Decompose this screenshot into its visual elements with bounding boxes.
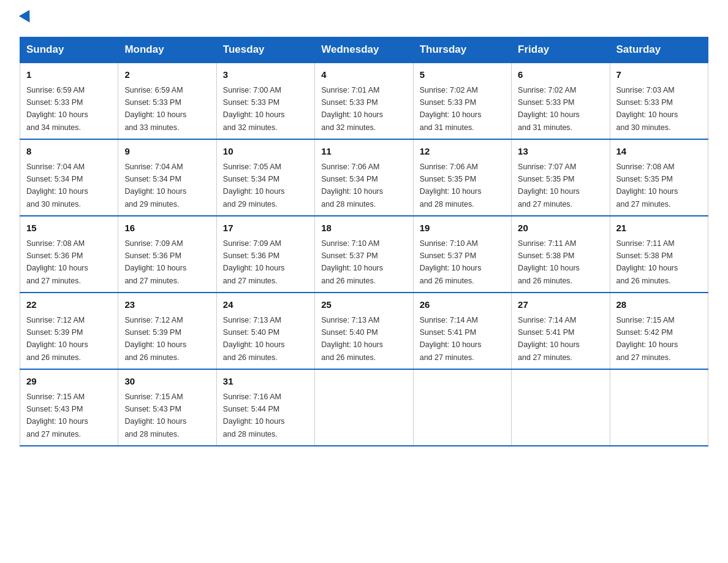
calendar-week-row: 29 Sunrise: 7:15 AMSunset: 5:43 PMDaylig… (20, 369, 708, 446)
calendar-day-cell: 23 Sunrise: 7:12 AMSunset: 5:39 PMDaylig… (118, 293, 216, 369)
day-info: Sunrise: 6:59 AMSunset: 5:33 PMDaylight:… (124, 86, 186, 132)
day-info: Sunrise: 7:04 AMSunset: 5:34 PMDaylight:… (26, 163, 88, 209)
calendar-day-cell: 16 Sunrise: 7:09 AMSunset: 5:36 PMDaylig… (118, 216, 216, 293)
calendar-day-cell: 18 Sunrise: 7:10 AMSunset: 5:37 PMDaylig… (315, 216, 413, 293)
day-of-week-header: Friday (512, 37, 610, 63)
calendar-day-cell: 31 Sunrise: 7:16 AMSunset: 5:44 PMDaylig… (216, 369, 314, 446)
logo (20, 15, 33, 26)
day-number: 2 (124, 68, 210, 82)
calendar-day-cell: 22 Sunrise: 7:12 AMSunset: 5:39 PMDaylig… (20, 293, 118, 369)
calendar-header-row: SundayMondayTuesdayWednesdayThursdayFrid… (20, 37, 708, 63)
day-number: 7 (616, 68, 702, 82)
calendar-day-cell: 17 Sunrise: 7:09 AMSunset: 5:36 PMDaylig… (216, 216, 314, 293)
day-number: 9 (124, 145, 210, 159)
day-number: 1 (26, 68, 112, 82)
day-info: Sunrise: 7:03 AMSunset: 5:33 PMDaylight:… (616, 86, 678, 132)
calendar-day-cell: 2 Sunrise: 6:59 AMSunset: 5:33 PMDayligh… (118, 63, 216, 139)
calendar-table: SundayMondayTuesdayWednesdayThursdayFrid… (20, 37, 708, 446)
calendar-day-cell: 15 Sunrise: 7:08 AMSunset: 5:36 PMDaylig… (20, 216, 118, 293)
calendar-day-cell (610, 369, 708, 446)
day-number: 27 (518, 298, 603, 312)
calendar-week-row: 22 Sunrise: 7:12 AMSunset: 5:39 PMDaylig… (20, 293, 708, 369)
day-number: 25 (321, 298, 406, 312)
day-number: 30 (124, 375, 210, 389)
day-info: Sunrise: 7:15 AMSunset: 5:42 PMDaylight:… (616, 316, 678, 362)
day-of-week-header: Thursday (413, 37, 511, 63)
day-of-week-header: Sunday (20, 37, 118, 63)
day-number: 31 (223, 375, 308, 389)
day-info: Sunrise: 7:15 AMSunset: 5:43 PMDaylight:… (26, 393, 88, 439)
day-info: Sunrise: 7:14 AMSunset: 5:41 PMDaylight:… (420, 316, 482, 362)
day-number: 21 (616, 221, 702, 236)
day-of-week-header: Saturday (610, 37, 708, 63)
day-info: Sunrise: 7:14 AMSunset: 5:41 PMDaylight:… (518, 316, 580, 362)
logo-triangle-icon (19, 10, 35, 26)
calendar-day-cell: 29 Sunrise: 7:15 AMSunset: 5:43 PMDaylig… (20, 369, 118, 446)
calendar-day-cell: 10 Sunrise: 7:05 AMSunset: 5:34 PMDaylig… (216, 139, 314, 216)
calendar-week-row: 8 Sunrise: 7:04 AMSunset: 5:34 PMDayligh… (20, 139, 708, 216)
calendar-week-row: 1 Sunrise: 6:59 AMSunset: 5:33 PMDayligh… (20, 63, 708, 139)
page-header (20, 15, 708, 26)
day-number: 3 (223, 68, 308, 82)
calendar-day-cell (413, 369, 511, 446)
calendar-day-cell: 24 Sunrise: 7:13 AMSunset: 5:40 PMDaylig… (216, 293, 314, 369)
calendar-day-cell: 3 Sunrise: 7:00 AMSunset: 5:33 PMDayligh… (216, 63, 314, 139)
day-info: Sunrise: 7:08 AMSunset: 5:35 PMDaylight:… (616, 163, 678, 209)
day-info: Sunrise: 7:09 AMSunset: 5:36 PMDaylight:… (223, 239, 285, 285)
day-info: Sunrise: 7:08 AMSunset: 5:36 PMDaylight:… (26, 239, 88, 285)
calendar-day-cell (315, 369, 413, 446)
day-number: 20 (518, 221, 603, 236)
day-info: Sunrise: 7:12 AMSunset: 5:39 PMDaylight:… (124, 316, 186, 362)
day-number: 8 (26, 145, 112, 159)
day-info: Sunrise: 7:07 AMSunset: 5:35 PMDaylight:… (518, 163, 580, 209)
calendar-day-cell: 7 Sunrise: 7:03 AMSunset: 5:33 PMDayligh… (610, 63, 708, 139)
calendar-day-cell: 27 Sunrise: 7:14 AMSunset: 5:41 PMDaylig… (512, 293, 610, 369)
calendar-day-cell: 12 Sunrise: 7:06 AMSunset: 5:35 PMDaylig… (413, 139, 511, 216)
day-number: 5 (420, 68, 505, 82)
calendar-day-cell: 8 Sunrise: 7:04 AMSunset: 5:34 PMDayligh… (20, 139, 118, 216)
day-of-week-header: Wednesday (315, 37, 413, 63)
day-info: Sunrise: 7:05 AMSunset: 5:34 PMDaylight:… (223, 163, 285, 209)
day-number: 10 (223, 145, 308, 159)
calendar-day-cell: 28 Sunrise: 7:15 AMSunset: 5:42 PMDaylig… (610, 293, 708, 369)
day-info: Sunrise: 7:13 AMSunset: 5:40 PMDaylight:… (321, 316, 383, 362)
calendar-day-cell: 26 Sunrise: 7:14 AMSunset: 5:41 PMDaylig… (413, 293, 511, 369)
day-info: Sunrise: 7:11 AMSunset: 5:38 PMDaylight:… (518, 239, 580, 285)
day-number: 4 (321, 68, 406, 82)
day-info: Sunrise: 7:10 AMSunset: 5:37 PMDaylight:… (321, 239, 383, 285)
day-info: Sunrise: 7:01 AMSunset: 5:33 PMDaylight:… (321, 86, 383, 132)
day-info: Sunrise: 7:16 AMSunset: 5:44 PMDaylight:… (223, 393, 285, 439)
day-info: Sunrise: 7:00 AMSunset: 5:33 PMDaylight:… (223, 86, 285, 132)
day-info: Sunrise: 7:15 AMSunset: 5:43 PMDaylight:… (124, 393, 186, 439)
calendar-day-cell: 1 Sunrise: 6:59 AMSunset: 5:33 PMDayligh… (20, 63, 118, 139)
day-info: Sunrise: 7:13 AMSunset: 5:40 PMDaylight:… (223, 316, 285, 362)
day-of-week-header: Monday (118, 37, 216, 63)
day-number: 13 (518, 145, 603, 159)
day-info: Sunrise: 7:06 AMSunset: 5:35 PMDaylight:… (420, 163, 482, 209)
day-info: Sunrise: 7:09 AMSunset: 5:36 PMDaylight:… (124, 239, 186, 285)
calendar-day-cell: 9 Sunrise: 7:04 AMSunset: 5:34 PMDayligh… (118, 139, 216, 216)
calendar-day-cell: 14 Sunrise: 7:08 AMSunset: 5:35 PMDaylig… (610, 139, 708, 216)
calendar-day-cell (512, 369, 610, 446)
day-of-week-header: Tuesday (216, 37, 314, 63)
day-info: Sunrise: 7:02 AMSunset: 5:33 PMDaylight:… (420, 86, 482, 132)
day-number: 23 (124, 298, 210, 312)
calendar-day-cell: 25 Sunrise: 7:13 AMSunset: 5:40 PMDaylig… (315, 293, 413, 369)
day-number: 24 (223, 298, 308, 312)
day-number: 29 (26, 375, 112, 389)
calendar-day-cell: 4 Sunrise: 7:01 AMSunset: 5:33 PMDayligh… (315, 63, 413, 139)
calendar-day-cell: 5 Sunrise: 7:02 AMSunset: 5:33 PMDayligh… (413, 63, 511, 139)
day-info: Sunrise: 6:59 AMSunset: 5:33 PMDaylight:… (26, 86, 88, 132)
day-number: 19 (420, 221, 505, 236)
day-info: Sunrise: 7:11 AMSunset: 5:38 PMDaylight:… (616, 239, 678, 285)
calendar-day-cell: 19 Sunrise: 7:10 AMSunset: 5:37 PMDaylig… (413, 216, 511, 293)
calendar-week-row: 15 Sunrise: 7:08 AMSunset: 5:36 PMDaylig… (20, 216, 708, 293)
day-number: 14 (616, 145, 702, 159)
day-number: 17 (223, 221, 308, 236)
day-number: 6 (518, 68, 603, 82)
day-number: 22 (26, 298, 112, 312)
day-info: Sunrise: 7:02 AMSunset: 5:33 PMDaylight:… (518, 86, 580, 132)
day-number: 28 (616, 298, 702, 312)
day-number: 16 (124, 221, 210, 236)
day-number: 15 (26, 221, 112, 236)
